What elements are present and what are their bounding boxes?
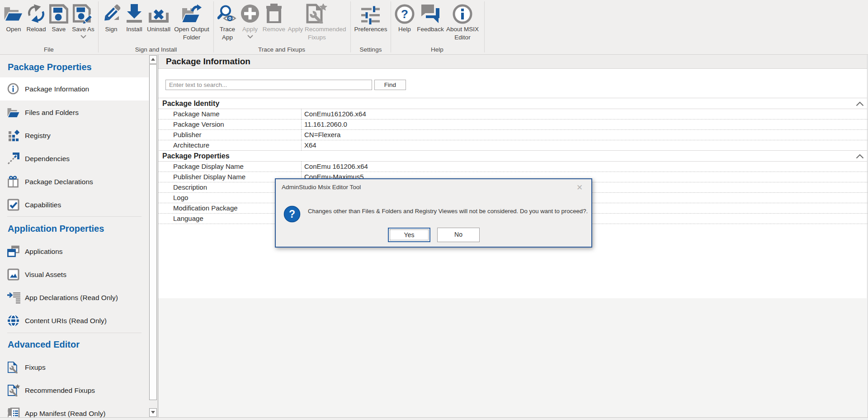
svg-text:?: ? [289,208,295,220]
svg-text:?: ? [401,7,408,21]
